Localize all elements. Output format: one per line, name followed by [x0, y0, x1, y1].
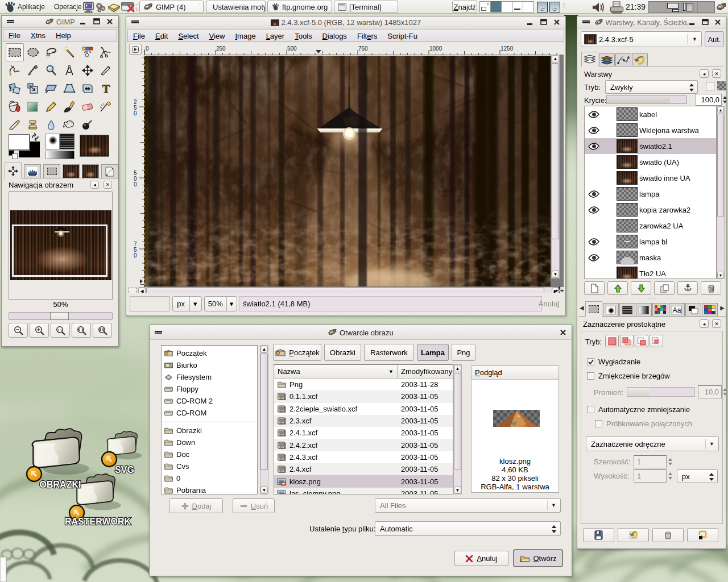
- svg-text:1000: 1000: [429, 45, 442, 52]
- svg-text:0: 0: [134, 252, 137, 259]
- svg-text:0: 0: [146, 45, 149, 52]
- svg-text:OBRAZKI: OBRAZKI: [40, 480, 81, 489]
- svg-text:1250: 1250: [500, 45, 514, 52]
- svg-text:250: 250: [216, 45, 226, 52]
- svg-text:0: 0: [134, 181, 137, 188]
- svg-text:0: 0: [134, 110, 137, 117]
- svg-text:SVG: SVG: [115, 465, 134, 475]
- svg-text:RASTERWORK: RASTERWORK: [65, 517, 131, 526]
- svg-text:750: 750: [358, 45, 368, 52]
- svg-text:500: 500: [287, 45, 297, 52]
- svg-text:1:1: 1:1: [57, 328, 62, 331]
